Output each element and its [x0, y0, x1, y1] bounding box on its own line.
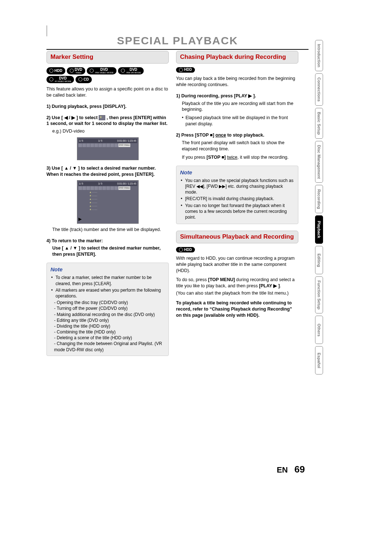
note-box-chasing: Note You can also use the special playba… — [176, 166, 298, 224]
side-tab-editing[interactable]: Editing — [315, 246, 323, 274]
page-footer: EN 69 — [277, 464, 305, 475]
marker-row: - - - - — [89, 191, 137, 194]
side-tab-connections[interactable]: Connections — [315, 73, 323, 106]
osd2-time: 0:01:00 / 1:23:45 — [117, 182, 136, 185]
osd1-title: 1/ 5 — [79, 139, 83, 142]
osd1-time: 0:01:00 / 1:23:45 — [117, 139, 136, 142]
side-tab-function-setup[interactable]: Function Setup — [315, 276, 323, 313]
side-tab-disc-management[interactable]: Disc Management — [315, 141, 323, 183]
side-tabs: IntroductionConnectionsBasic SetupDisc M… — [315, 40, 323, 374]
step-4: 4) To return to the marker: — [46, 238, 169, 244]
sim-p4: To playback a title being recorded while… — [176, 300, 298, 319]
left-column: Marker Setting HDDDVDVideoDVD-RW VIDEO M… — [46, 51, 169, 356]
underline-twice: twice — [227, 155, 237, 160]
footer-page-number: 69 — [294, 464, 305, 475]
badge-label: HDD — [54, 69, 62, 73]
chasing-intro: You can play back a title being recorded… — [176, 76, 298, 88]
badge-hdd-label: HDD — [184, 248, 192, 252]
badge-hdd-label: HDD — [184, 68, 192, 72]
marker-row: - - - - — [89, 208, 137, 211]
chasing-step-2a: 2) Press [STOP ■] — [176, 133, 216, 138]
note-item: [REC/OTR] is invalid during chasing play… — [185, 196, 294, 202]
badge-sublabel: Video — [76, 72, 81, 74]
sim-p1: With regard to HDD, you can continue rec… — [176, 255, 298, 274]
chasing-step-2-body2: If you press [STOP ■] twice, it will sto… — [182, 154, 298, 161]
badge-label: DVD — [59, 77, 67, 80]
marker-row: - - - - — [89, 201, 137, 204]
sim-p3: (You can also start the playback from th… — [176, 290, 298, 296]
step-2: 2) Use [ ◀ / ▶ ] to select , then press … — [46, 115, 169, 127]
chasing-step-2: 2) Press [STOP ■] once to stop playback. — [176, 132, 298, 138]
badge-label: DVD — [100, 68, 108, 72]
format-badge: DVD-R VIDEO MODE — [46, 76, 74, 83]
marker-icon — [99, 115, 105, 120]
marker-row: - - - - — [89, 198, 137, 201]
osd1-chapter: 1/ 5 — [98, 139, 102, 142]
side-tab-playback[interactable]: Playback — [315, 215, 323, 244]
note-subitem: Dividing the title (HDD only) — [54, 323, 165, 329]
format-badges: HDDDVDVideoDVD-RW VIDEO MODEDVD-RW VR MO… — [46, 67, 169, 83]
sim-p2d: [PLAY ▶ ] — [259, 283, 280, 288]
side-tab-basic-setup[interactable]: Basic Setup — [315, 108, 323, 139]
format-badge: DVD-RW VR MODE — [118, 67, 144, 74]
step-1: 1) During playback, press [DISPLAY]. — [46, 104, 169, 110]
badge-hdd: HDD — [176, 247, 195, 252]
osd1-tag: DVD Video — [118, 143, 131, 147]
badge-hdd: HDD — [176, 67, 195, 73]
step-3-caption: The title (track) number and the time wi… — [52, 227, 169, 233]
sim-p2b: [TOP MENU] — [208, 277, 235, 282]
note-box-left: Note To clear a marker, select the marke… — [46, 263, 169, 356]
underline-once: once — [216, 133, 226, 138]
step-4-body: Use [ ▲ / ▼ ] to select the desired mark… — [52, 245, 169, 258]
note-title: Note — [50, 266, 165, 273]
side-tab-others[interactable]: Others — [315, 316, 323, 344]
note-subitem: Turning off the power (CD/DVD only) — [54, 305, 165, 311]
osd-screenshot-2: 1/ 5 1/ 5 0:01:00 / 1:23:45 DVD Video - … — [77, 180, 139, 223]
format-badge: CD — [75, 76, 91, 83]
c2a: If you press — [182, 155, 207, 160]
badge-sublabel: -RW VR MODE — [126, 72, 141, 74]
play-icon: ▶ — [78, 216, 137, 222]
note-item: To clear a marker, select the marker num… — [56, 275, 165, 286]
note-subitem: Editing any title (DVD only) — [54, 317, 165, 323]
format-badge: DVD-RW VIDEO MODE — [87, 67, 117, 74]
c2b: [STOP ■] — [207, 155, 226, 160]
note-item: All markers are erased when you perform … — [56, 287, 165, 299]
step-2a: 2) Use [ ◀ / ▶ ] to select — [46, 115, 99, 120]
sim-p2: To do so, press [TOP MENU] during record… — [176, 277, 298, 289]
badge-sublabel: -RW VIDEO MODE — [95, 72, 114, 74]
osd2-title: 1/ 5 — [79, 182, 83, 185]
chasing-step-1-body: Playback of the title you are recording … — [182, 101, 298, 113]
note-sublist: Opening the disc tray (CD/DVD only)Turni… — [54, 300, 165, 353]
badge-label: CD — [83, 78, 89, 81]
badge-label: DVD — [130, 68, 137, 72]
step-2-example: e.g.) DVD-video — [52, 128, 169, 134]
heading-marker-setting: Marker Setting — [46, 51, 169, 64]
marker-intro: This feature allows you to assign a spec… — [46, 86, 169, 98]
page-title: SPECIAL PLAYBACK — [46, 35, 309, 50]
right-column: Chasing Playback during Recording HDD Yo… — [176, 51, 298, 356]
osd2-chapter: 1/ 5 — [98, 182, 102, 185]
side-tab-recording[interactable]: Recording — [315, 185, 323, 213]
note-title: Note — [180, 169, 294, 176]
footer-lang: EN — [277, 465, 288, 474]
marker-row: - - - - — [89, 194, 137, 197]
chasing-step-1: 1) During recording, press [PLAY ▶ ]. — [176, 93, 298, 99]
osd-screenshot-1: 1/ 5 1/ 5 0:01:00 / 1:23:45 DVD Video — [77, 137, 139, 160]
side-tab-introduction[interactable]: Introduction — [315, 40, 323, 71]
side-tab-español[interactable]: Español — [315, 346, 323, 374]
note-subitem: Deleting a scene of the title (HDD only) — [54, 335, 165, 341]
badge-label: DVD — [75, 68, 82, 72]
heading-simultaneous: Simultaneous Playback and Recording — [176, 231, 298, 243]
note-item: You can no longer fast forward the playb… — [185, 203, 294, 220]
chasing-step-2-body: The front panel display will switch back… — [182, 140, 298, 152]
note-subitem: Making additional recording on the disc … — [54, 312, 165, 317]
sim-p2a: To do so, press — [176, 277, 208, 282]
format-badge: DVDVideo — [67, 67, 85, 74]
note-item: You can also use the special playback fu… — [185, 178, 294, 195]
sim-p2e: . — [280, 283, 281, 288]
heading-chasing: Chasing Playback during Recording — [176, 51, 298, 64]
note-subitem: Combining the title (HDD only) — [54, 329, 165, 335]
chasing-step-1-bullet: Elapsed playback time will be displayed … — [185, 115, 288, 126]
badge-sublabel: -R VIDEO MODE — [54, 80, 71, 82]
